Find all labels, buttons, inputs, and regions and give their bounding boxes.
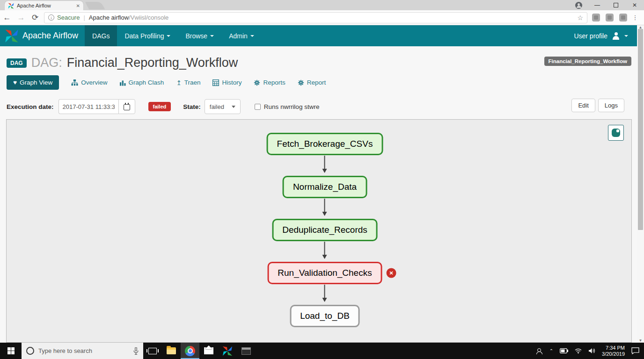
task-node-label: Run_Validation_Checks bbox=[278, 268, 372, 278]
browser-tab[interactable]: Apache Airflow ✕ bbox=[5, 1, 83, 10]
tab-history[interactable]: History bbox=[212, 79, 242, 86]
restore-button[interactable] bbox=[614, 3, 618, 7]
state-select[interactable]: failed bbox=[205, 99, 241, 114]
taskbar-clock[interactable]: 7:34 PM 3/20/2019 bbox=[602, 345, 625, 357]
runs-checkbox[interactable] bbox=[255, 104, 261, 110]
people-icon[interactable] bbox=[536, 348, 543, 354]
table-icon bbox=[212, 79, 219, 86]
calendar-icon bbox=[124, 104, 130, 110]
speaker-icon[interactable] bbox=[588, 348, 595, 354]
airflow-logo-icon bbox=[5, 29, 19, 43]
chrome-button[interactable] bbox=[181, 343, 199, 359]
minimap-icon bbox=[612, 129, 620, 137]
gear-icon bbox=[254, 79, 260, 86]
task-view-icon bbox=[148, 348, 157, 354]
chrome-icon bbox=[185, 346, 195, 356]
airflow-favicon bbox=[8, 3, 14, 9]
airflow-brand[interactable]: Apache Airflow bbox=[0, 29, 85, 43]
tab-reports[interactable]: Reports bbox=[254, 79, 285, 86]
logs-button[interactable]: Logs bbox=[598, 99, 624, 112]
nav-item-browse[interactable]: Browse bbox=[178, 25, 221, 46]
browser-scrollbar[interactable]: ▲ ▼ bbox=[637, 25, 644, 343]
page-content: DAG DAG: Financial_Reporting_Workflow Fi… bbox=[0, 46, 637, 343]
close-button[interactable]: ✕ bbox=[625, 2, 644, 8]
scrollbar-thumb[interactable] bbox=[638, 29, 643, 230]
airflow-app-button[interactable] bbox=[218, 343, 237, 359]
dag-title-row: DAG DAG: Financial_Reporting_Workflow bbox=[7, 56, 238, 70]
tab-graph-clash[interactable]: Graph Clash bbox=[120, 79, 164, 86]
windows-taskbar: Type here to search ⌃ 7:34 PM bbox=[0, 343, 644, 359]
terminal-button[interactable] bbox=[237, 343, 256, 359]
task-node-label: Load_to_DB bbox=[300, 311, 350, 321]
tab-close-icon[interactable]: ✕ bbox=[76, 3, 80, 8]
scroll-down-icon[interactable]: ▼ bbox=[637, 338, 644, 343]
task-node-run-validation-checks[interactable]: Run_Validation_Checks ✕ bbox=[267, 262, 382, 284]
dag-graph-canvas[interactable]: Fetch_Brokerage_CSVs Normalize_Data Dedu… bbox=[6, 119, 632, 343]
browser-profile-icon[interactable] bbox=[575, 2, 582, 9]
edge-arrow bbox=[324, 199, 325, 214]
gear-icon bbox=[298, 79, 304, 86]
caret-down-icon bbox=[232, 106, 235, 108]
terminal-icon bbox=[242, 347, 251, 355]
folder-icon bbox=[167, 347, 176, 354]
file-explorer-button[interactable] bbox=[162, 343, 181, 359]
tab-label: Reports bbox=[263, 79, 285, 86]
battery-icon[interactable] bbox=[560, 348, 568, 353]
task-node-label: Deduplicate_Records bbox=[282, 225, 367, 235]
tab-overview[interactable]: Overview bbox=[71, 79, 107, 86]
execution-date-input[interactable] bbox=[59, 99, 118, 114]
task-node-deduplicate-records[interactable]: Deduplicate_Records bbox=[272, 219, 378, 241]
minimap-button[interactable] bbox=[608, 125, 624, 141]
execution-date-label: Execution date: bbox=[7, 103, 54, 110]
dag-badge: DAG bbox=[7, 58, 27, 68]
user-profile-menu[interactable]: User profile bbox=[574, 32, 644, 40]
start-button[interactable] bbox=[0, 343, 22, 359]
calendar-button[interactable] bbox=[118, 99, 135, 114]
action-center-icon[interactable] bbox=[631, 347, 639, 354]
dag-name-tooltip: Financial_Reporting_Workflow bbox=[544, 57, 631, 66]
task-node-fetch-brokerage-csvs[interactable]: Fetch_Brokerage_CSVs bbox=[267, 133, 383, 155]
edge-arrow bbox=[324, 156, 325, 171]
url-separator: | bbox=[83, 14, 85, 21]
forward-button[interactable]: → bbox=[14, 13, 28, 22]
task-node-load-to-db[interactable]: Load_to_DB bbox=[290, 305, 360, 327]
extension-icon[interactable] bbox=[606, 14, 614, 22]
microphone-icon[interactable] bbox=[133, 347, 139, 355]
nav-item-dags[interactable]: DAGs bbox=[85, 25, 117, 46]
minimize-button[interactable]: — bbox=[588, 2, 607, 8]
tab-report[interactable]: Report bbox=[298, 79, 326, 86]
address-bar[interactable]: i Seacure | Apache airflow /Vwiisl/conso… bbox=[44, 12, 587, 23]
new-tab-button[interactable] bbox=[85, 2, 105, 9]
edit-button[interactable]: Edit bbox=[571, 99, 595, 112]
tab-label: Report bbox=[307, 79, 326, 86]
edge-arrow bbox=[324, 285, 325, 300]
back-button[interactable]: ← bbox=[0, 13, 14, 22]
task-node-normalize-data[interactable]: Normalize_Data bbox=[283, 176, 367, 198]
nav-label: DAGs bbox=[92, 32, 110, 40]
wifi-icon[interactable] bbox=[575, 348, 582, 354]
nav-label: Browse bbox=[185, 32, 207, 40]
bookmark-star-icon[interactable]: ☆ bbox=[577, 14, 583, 22]
extension-icon[interactable] bbox=[619, 14, 627, 22]
windows-logo-icon bbox=[7, 347, 15, 354]
nav-item-admin[interactable]: Admin bbox=[221, 25, 262, 46]
tab-traen[interactable]: ↥ Traen bbox=[176, 79, 200, 86]
mail-button[interactable] bbox=[199, 343, 218, 359]
arrow-up-icon: ↥ bbox=[176, 79, 181, 86]
search-placeholder: Type here to search bbox=[38, 347, 129, 354]
task-view-button[interactable] bbox=[143, 343, 162, 359]
airflow-icon bbox=[222, 346, 233, 356]
url-path: /Vwiisl/console bbox=[129, 14, 168, 21]
airflow-navbar: Apache Airflow DAGs Data Profiling Brows… bbox=[0, 25, 644, 46]
extension-icon[interactable] bbox=[592, 14, 600, 22]
dag-title-prefix: DAG: bbox=[31, 56, 62, 70]
state-value: failed bbox=[210, 103, 224, 110]
tab-graph-view[interactable]: ♥ Graph View bbox=[7, 75, 59, 90]
refresh-button[interactable]: ⟳ bbox=[28, 13, 42, 22]
caret-down-icon bbox=[250, 35, 254, 37]
browser-menu-icon[interactable]: ⋮ bbox=[632, 16, 638, 19]
tray-expand-icon[interactable]: ⌃ bbox=[549, 348, 553, 353]
taskbar-search[interactable]: Type here to search bbox=[22, 343, 143, 359]
info-icon[interactable]: i bbox=[48, 14, 54, 21]
nav-item-data-profiling[interactable]: Data Profiling bbox=[117, 25, 178, 46]
